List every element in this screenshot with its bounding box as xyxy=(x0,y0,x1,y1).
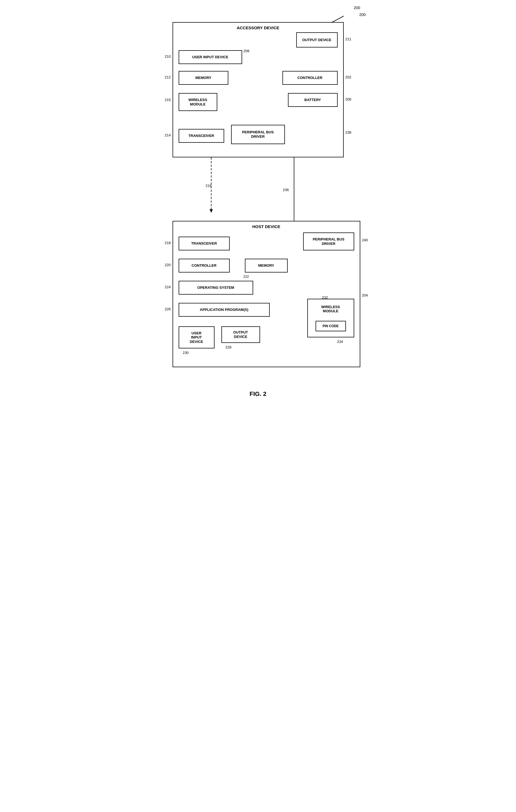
ref-212: 212 xyxy=(165,75,171,79)
peripheral-bus-driver-acc: PERIPHERAL BUS DRIVER xyxy=(231,125,285,144)
ref-202: 202 xyxy=(345,75,351,79)
ref-222: 222 xyxy=(243,275,249,279)
ref-228: 228 xyxy=(226,345,232,349)
ref-200: 200 xyxy=(354,5,360,10)
host-device-container: HOST DEVICE TRANSCEIVER 218 PERIPHERAL B… xyxy=(173,221,360,367)
ref-230: 230 xyxy=(183,351,189,355)
wireless-module-host: WIRELESS MODULE PIN CODE xyxy=(307,299,354,338)
controller-host: CONTROLLER xyxy=(179,259,230,272)
controller-acc: CONTROLLER xyxy=(282,71,338,85)
ref-224: 224 xyxy=(165,285,171,289)
operating-system-host: OPERATING SYSTEM xyxy=(179,281,253,295)
diagram-container: ACCESSORY DEVICE OUTPUT DEVICE 211 USER … xyxy=(148,11,369,384)
ref-210: 210 xyxy=(165,54,171,59)
ref-214: 214 xyxy=(165,133,171,137)
output-device-host: OUTPUT DEVICE xyxy=(222,326,260,343)
battery-acc: BATTERY xyxy=(288,93,338,107)
ref-232: 232 xyxy=(322,295,328,299)
user-input-device-host: USER INPUT DEVICE xyxy=(179,326,214,348)
ref-238: 238 xyxy=(345,130,351,135)
figure-caption: FIG. 2 xyxy=(148,390,369,398)
ref-218: 218 xyxy=(165,241,171,245)
accessory-device-container: ACCESSORY DEVICE OUTPUT DEVICE 211 USER … xyxy=(173,22,344,157)
ref-240: 240 xyxy=(362,238,368,242)
memory-acc: MEMORY xyxy=(179,71,228,85)
transceiver-host: TRANSCEIVER xyxy=(179,237,230,251)
svg-marker-3 xyxy=(209,209,213,212)
page: 200 ACCESSORY DEVICE OUTPUT DEVICE 211 xyxy=(148,5,369,400)
accessory-device-label: ACCESSORY DEVICE xyxy=(237,25,279,30)
output-device-acc: OUTPUT DEVICE xyxy=(296,32,338,48)
ref-204: 204 xyxy=(362,293,368,297)
ref-215: 215 xyxy=(165,98,171,102)
user-input-device-acc: USER INPUT DEVICE xyxy=(179,50,242,64)
ref-211: 211 xyxy=(345,37,351,41)
host-device-label: HOST DEVICE xyxy=(252,224,281,229)
wireless-module-acc: WIRELESS MODULE xyxy=(179,93,217,111)
pin-code-box: PIN CODE xyxy=(316,321,346,331)
application-programs-host: APPLICATION PROGRAM(S) xyxy=(179,303,270,317)
ref-216: 216 xyxy=(206,183,212,188)
ref-236: 236 xyxy=(283,188,289,192)
ref-208: 208 xyxy=(243,49,250,53)
ref-200-corner: 200 xyxy=(359,12,366,17)
ref-206: 206 xyxy=(345,97,351,101)
ref-220: 220 xyxy=(165,263,171,267)
transceiver-acc: TRANSCEIVER xyxy=(179,129,224,143)
memory-host: MEMORY xyxy=(245,259,288,272)
ref-200-label: 200 xyxy=(354,5,360,10)
peripheral-bus-driver-host: PERIPHERAL BUS DRIVER xyxy=(303,232,354,251)
ref-226: 226 xyxy=(165,307,171,311)
ref-234: 234 xyxy=(337,340,343,344)
